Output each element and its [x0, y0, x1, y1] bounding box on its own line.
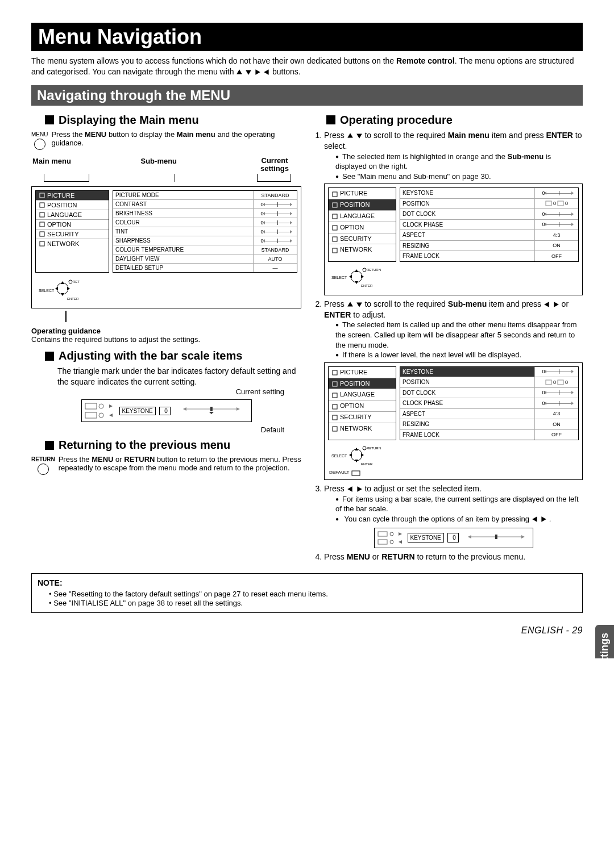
svg-rect-8 — [40, 232, 44, 236]
heading-operating-procedure: Operating procedure — [326, 114, 583, 127]
t: to scroll to the required — [364, 299, 447, 308]
sub-menu-item-name: ASPECT — [400, 230, 535, 240]
t: ENTER — [546, 131, 573, 140]
sub-menu-item-name: KEYSTONE — [400, 188, 535, 198]
sub-menu-column: KEYSTONE0POSITION00DOT CLOCK0CLOCK PHASE… — [400, 366, 579, 441]
menu-item-icon — [332, 247, 338, 253]
display-main-menu-text: Press the MENU button to display the Mai… — [51, 130, 301, 147]
svg-text:RETURN: RETURN — [367, 446, 381, 450]
sub-menu-item-value: 00 — [535, 378, 578, 387]
sub-menu-item-name: TINT — [113, 227, 254, 236]
svg-point-76 — [390, 532, 393, 536]
svg-marker-14 — [55, 287, 58, 290]
svg-marker-21 — [109, 404, 113, 408]
t: Main menu — [448, 131, 489, 140]
step1-bullet-2: See "Main menu and Sub-menu" on page 30. — [335, 172, 583, 182]
sub-menu-item-value: STANDARD — [254, 191, 297, 199]
t: RETURN — [381, 552, 414, 561]
svg-marker-3 — [264, 69, 268, 75]
sub-menu-item-value: 0 — [254, 201, 297, 208]
t: Press — [324, 299, 347, 308]
main-menu-item: OPTION — [36, 220, 109, 229]
svg-rect-37 — [333, 248, 337, 253]
svg-rect-55 — [333, 393, 337, 398]
sub-menu-item-name: KEYSTONE — [400, 367, 535, 377]
sub-menu-item-name: FRAME LOCK — [400, 251, 535, 261]
main-menu-item: LANGUAGE — [329, 389, 396, 400]
svg-point-46 — [363, 268, 366, 272]
svg-marker-29 — [209, 412, 214, 414]
sub-menu-row: POSITION00 — [400, 377, 578, 388]
svg-point-16 — [69, 280, 72, 283]
t: Press — [324, 552, 347, 561]
main-menu-item: OPTION — [329, 222, 396, 233]
heading-text: Operating procedure — [340, 114, 453, 127]
svg-rect-56 — [333, 404, 337, 409]
circle-button-icon — [34, 139, 45, 150]
svg-marker-27 — [237, 407, 240, 411]
sub-menu-row: RESIZINGON — [400, 241, 578, 252]
procedure-step-3: Press to adjust or set the selected item… — [324, 483, 583, 548]
main-menu-item: NETWORK — [329, 244, 396, 255]
svg-point-11 — [57, 283, 68, 294]
arrow-up-icon — [236, 67, 243, 76]
intro-text-1: The menu system allows you to access fun… — [31, 56, 396, 65]
step2-bullet-2: If there is a lower level, the next leve… — [335, 350, 583, 360]
main-menu-item: POSITION — [329, 199, 396, 211]
svg-marker-51 — [544, 302, 549, 307]
circle-button-icon — [38, 464, 49, 475]
main-menu-column: PICTUREPOSITIONLANGUAGEOPTIONSECURITYNET… — [35, 190, 109, 273]
menu-item-icon — [332, 392, 338, 398]
svg-rect-38 — [546, 201, 551, 206]
menu-item-icon — [332, 224, 338, 230]
sub-menu-row: DAYLIGHT VIEWAUTO — [113, 254, 297, 264]
svg-point-41 — [351, 271, 362, 282]
main-menu-item: OPTION — [329, 400, 396, 412]
svg-marker-12 — [61, 281, 64, 284]
svg-marker-63 — [355, 448, 358, 450]
menu-item-icon — [39, 231, 45, 237]
t: Press — [324, 131, 347, 140]
right-column: Operating procedure Press to scroll to t… — [313, 110, 583, 565]
svg-marker-77 — [399, 532, 402, 536]
sub-menu-item-name: CONTRAST — [113, 200, 254, 208]
arrow-right-icon — [553, 299, 559, 308]
menu-item-icon — [39, 193, 45, 198]
main-menu-item: LANGUAGE — [36, 210, 109, 220]
svg-rect-84 — [495, 535, 497, 539]
t: or — [562, 299, 569, 308]
sub-menu-item-value: 0 — [535, 388, 578, 397]
svg-point-62 — [351, 449, 362, 461]
svg-point-67 — [363, 446, 366, 450]
menu-item-label: POSITION — [340, 379, 370, 388]
sub-menu-row: KEYSTONE0 — [400, 188, 578, 199]
svg-rect-58 — [333, 427, 337, 431]
section-heading-navigating: Navigating through the MENU — [31, 85, 583, 106]
t: or — [370, 552, 381, 561]
square-bullet-icon — [45, 352, 54, 361]
svg-point-79 — [390, 540, 393, 544]
svg-rect-53 — [333, 370, 337, 375]
square-bullet-icon — [326, 115, 335, 124]
sub-menu-item-name: DAYLIGHT VIEW — [113, 254, 254, 263]
svg-marker-73 — [532, 516, 537, 522]
svg-rect-5 — [40, 203, 44, 207]
sub-menu-item-value: STANDARD — [254, 246, 297, 254]
return-button-indicator: RETURN — [31, 456, 55, 475]
sub-menu-item-name: DOT CLOCK — [400, 388, 535, 398]
heading-text: Returning to the previous menu — [59, 439, 230, 452]
arrow-up-icon — [347, 299, 354, 308]
sub-menu-column: PICTURE MODESTANDARDCONTRAST0BRIGHTNESS0… — [113, 190, 297, 273]
main-menu-item: PICTURE — [329, 367, 396, 378]
main-menu-item: SECURITY — [329, 412, 396, 423]
svg-text:ENTER: ENTER — [361, 462, 373, 466]
svg-marker-24 — [109, 414, 113, 417]
default-caption: Default — [31, 425, 284, 434]
svg-marker-2 — [256, 69, 260, 75]
sub-menu-item-value: 00 — [535, 199, 578, 208]
keystone-slider — [462, 532, 530, 543]
return-button-label: RETURN — [31, 456, 55, 462]
note-list: See "Resetting to the factory default se… — [49, 590, 576, 607]
arrow-right-icon — [356, 484, 363, 493]
menu-figure-step2: PICTUREPOSITIONLANGUAGEOPTIONSECURITYNET… — [324, 362, 583, 480]
